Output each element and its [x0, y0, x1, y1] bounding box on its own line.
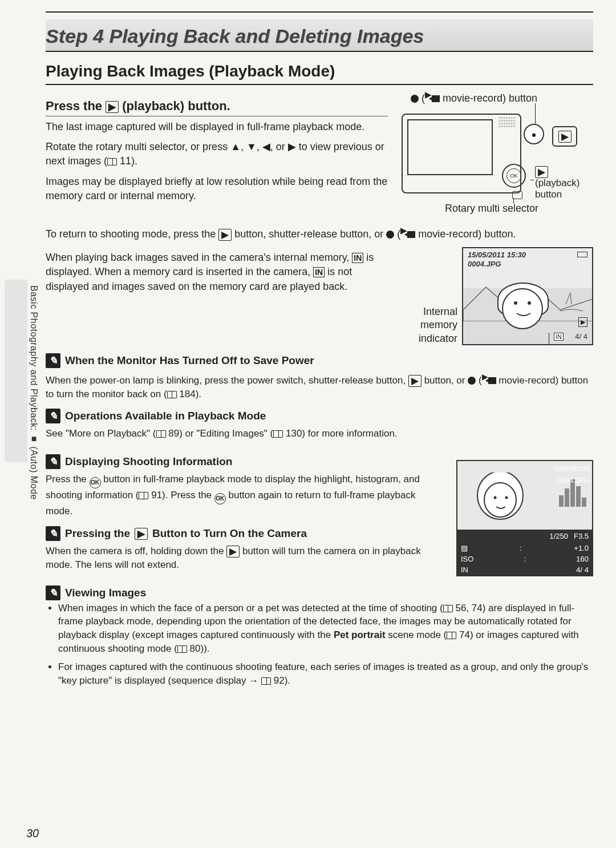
record-dot-icon [386, 231, 394, 239]
book-icon [447, 632, 456, 639]
svg-point-3 [484, 483, 516, 517]
note-monitor-off: ✎When the Monitor Has Turned Off to Save… [46, 353, 593, 401]
internal-memory-caption: Internal memory indicator [406, 305, 457, 345]
record-dot-icon [411, 95, 419, 103]
book-icon [261, 677, 271, 685]
play-icon: ▶ [226, 546, 240, 558]
para-return-shooting: To return to shooting mode, press the ▶ … [46, 224, 593, 241]
note-shooting-info: ✎Displaying Shooting Information Press t… [46, 454, 445, 518]
note-turn-on: ✎Pressing the ▶ Button to Turn On the Ca… [46, 526, 445, 572]
note-operations: ✎Operations Available in Playback Mode S… [46, 409, 593, 441]
internal-memory-indicator: IN [554, 333, 564, 341]
book-icon [167, 391, 177, 398]
book-icon [156, 430, 166, 438]
rotary-selector-callout: Rotary multi selector [445, 203, 538, 215]
movie-icon [432, 95, 440, 102]
svg-point-5 [505, 496, 508, 499]
svg-point-0 [514, 301, 517, 305]
book-icon [273, 430, 283, 438]
svg-rect-10 [582, 498, 586, 507]
note-icon: ✎ [46, 353, 60, 368]
svg-rect-6 [559, 495, 564, 507]
book-icon [177, 645, 187, 653]
movie-icon [488, 377, 496, 384]
play-icon: ▶ [135, 528, 148, 540]
shooting-info-screen: 100NIKON 0004.JPG 1/250F3.5 ▨:+1.0 ISO:1… [456, 460, 593, 576]
note-icon: ✎ [46, 409, 60, 423]
person-illustration [475, 473, 532, 530]
note-viewing-images: ✎Viewing Images When images in which the… [46, 585, 593, 688]
movie-icon [407, 231, 415, 238]
press-playback-heading: Press the ▶ (playback) button. [46, 99, 388, 116]
para-low-res: Images may be displayed briefly at low r… [46, 175, 388, 203]
diagram-playback-button: ▶ [552, 126, 577, 147]
image-counter: 4/ 4 [575, 332, 587, 341]
play-icon: ▶ [106, 101, 119, 113]
ok-button-icon: OK [214, 493, 226, 504]
note-icon: ✎ [46, 585, 60, 600]
book-icon [139, 492, 148, 499]
diagram-record-button: ● [524, 124, 544, 144]
zoom-indicator-icon: ▶ [578, 317, 587, 327]
page-content: Step 4 Playing Back and Deleting Images … [46, 11, 593, 837]
ok-button-icon: OK [90, 477, 101, 488]
playback-screen-figure: 15/05/2011 15:30 0004.JPG ▶ IN 4/ 4 [462, 247, 593, 345]
record-dot-icon [468, 377, 476, 385]
book-icon [107, 158, 117, 165]
battery-icon [577, 252, 587, 257]
step-banner: Step 4 Playing Back and Deleting Images [46, 19, 593, 52]
person-illustration [497, 282, 549, 340]
svg-rect-9 [576, 486, 581, 507]
list-item: When images in which the face of a perso… [58, 601, 593, 656]
list-item: For images captured with the continuous … [58, 660, 593, 688]
para-last-image: The last image captured will be displaye… [46, 120, 388, 134]
svg-point-1 [528, 301, 531, 305]
timestamp-overlay: 15/05/2011 15:30 [468, 251, 526, 259]
movie-record-label: (▶ movie-record) button [411, 90, 593, 104]
thumb-tab [5, 280, 27, 462]
svg-point-4 [494, 496, 497, 499]
para-internal-memory: When playing back images saved in the ca… [46, 251, 395, 294]
section-title: Playing Back Images (Playback Mode) [46, 62, 593, 85]
playback-button-callout: ▶ [535, 166, 548, 178]
side-section-label: Basic Photography and Playback: ■ (Auto)… [29, 285, 39, 500]
book-icon [443, 605, 453, 612]
note-icon: ✎ [46, 454, 60, 469]
svg-rect-7 [565, 488, 569, 507]
diagram-rotary-selector: OK [502, 164, 526, 188]
page-number: 30 [26, 827, 39, 840]
play-icon: ▶ [218, 229, 232, 241]
note-icon: ✎ [46, 526, 60, 541]
banner-title: Step 4 Playing Back and Deleting Images [46, 25, 593, 47]
in-icon: IN [352, 253, 363, 263]
camera-diagram: ● ▶ OK ▶ (playback) button Rotary multi … [399, 107, 593, 221]
in-icon: IN [313, 267, 325, 277]
filename-overlay: 0004.JPG [468, 260, 501, 268]
play-icon: ▶ [408, 375, 422, 387]
para-rotate-selector: Rotate the rotary multi selector, or pre… [46, 140, 388, 168]
